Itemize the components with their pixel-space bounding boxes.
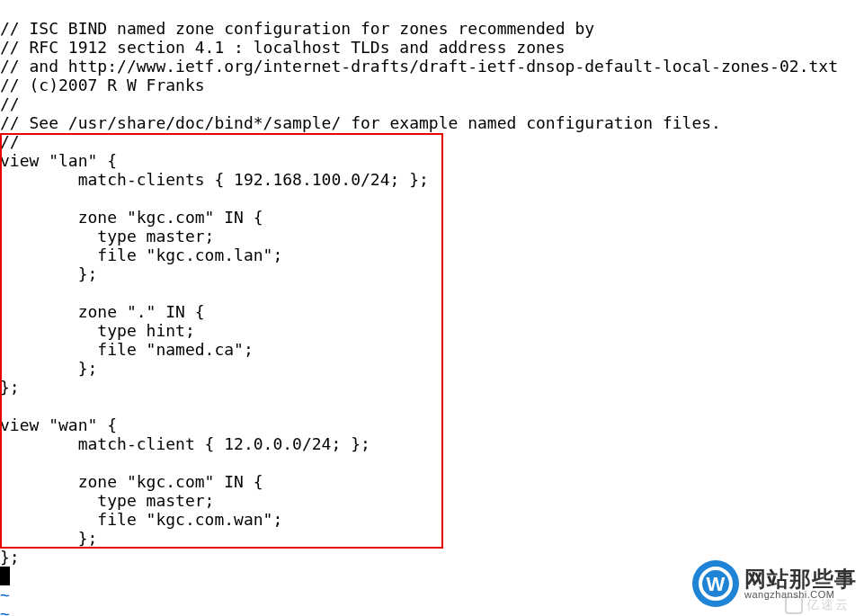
watermark-logo-circle: W	[692, 560, 739, 607]
config-line: };	[0, 378, 20, 397]
watermark-secondary-text: 亿速云	[806, 595, 850, 614]
config-line: match-clients { 192.168.100.0/24; };	[0, 170, 429, 189]
watermark-secondary: 亿速云	[785, 595, 850, 614]
comment-line: // RFC 1912 section 4.1 : localhost TLDs…	[0, 38, 566, 57]
config-line: };	[0, 548, 20, 567]
terminal-editor-viewport[interactable]: // ISC BIND named zone configuration for…	[0, 0, 864, 616]
watermark-secondary-icon	[785, 596, 803, 614]
comment-line: // (c)2007 R W Franks	[0, 76, 205, 94]
comment-line: //	[0, 94, 20, 113]
config-line: match-client { 12.0.0.0/24; };	[0, 434, 370, 453]
comment-line: //	[0, 132, 20, 151]
config-line: };	[0, 359, 97, 378]
text-cursor	[0, 567, 10, 585]
vim-tilde-line: ~	[0, 585, 10, 604]
config-line: view "wan" {	[0, 415, 117, 434]
config-line: file "kgc.com.wan";	[0, 510, 282, 529]
config-line: };	[0, 529, 97, 548]
comment-line: // ISC BIND named zone configuration for…	[0, 19, 594, 38]
config-line: type hint;	[0, 321, 195, 340]
config-line: file "named.ca";	[0, 340, 254, 359]
config-line: type master;	[0, 227, 214, 246]
config-line: view "lan" {	[0, 151, 117, 170]
config-line: file "kgc.com.lan";	[0, 246, 282, 264]
config-line: };	[0, 264, 97, 283]
config-line: zone "kgc.com" IN {	[0, 472, 263, 491]
comment-line: // and http://www.ietf.org/internet-draf…	[0, 57, 838, 76]
vim-tilde-line: ~	[0, 604, 10, 616]
config-line: type master;	[0, 491, 214, 510]
watermark-logo-letter: W	[699, 567, 733, 601]
comment-line: // See /usr/share/doc/bind*/sample/ for …	[0, 113, 721, 132]
config-line: zone "kgc.com" IN {	[0, 208, 263, 227]
config-line: zone "." IN {	[0, 302, 205, 321]
watermark-cn-text: 网站那些事	[744, 568, 857, 590]
